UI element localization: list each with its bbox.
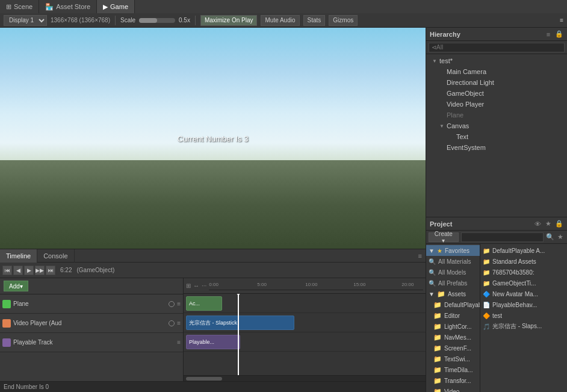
project-eye-btn[interactable]: 👁 bbox=[533, 220, 542, 228]
folder-lightcor[interactable]: 📁 LightCor... bbox=[426, 321, 480, 332]
test-scene-icon: 🔶 bbox=[483, 313, 490, 319]
tree-arrow-gameobject bbox=[438, 90, 445, 97]
track-row-playable[interactable]: Playable Track ≡ bbox=[0, 333, 183, 352]
track-row-video[interactable]: Video Player (Aud ≡ bbox=[0, 314, 183, 333]
clip-video-slapstick[interactable]: 光宗信吉 - Slapstick bbox=[186, 316, 294, 330]
track-icon-playable bbox=[2, 338, 11, 347]
playhead[interactable] bbox=[238, 294, 239, 375]
folder-video[interactable]: 📁 Video bbox=[426, 386, 480, 392]
project-star-btn[interactable]: ★ bbox=[544, 220, 553, 228]
go-start-button[interactable]: ⏮ bbox=[2, 266, 12, 275]
tab-console[interactable]: Console bbox=[37, 249, 74, 263]
tree-label-plane: Plane bbox=[447, 111, 463, 119]
add-track-button[interactable]: Add▾ bbox=[4, 281, 28, 291]
asset-new-avatar-ma[interactable]: 🔷 New Avatar Ma... bbox=[480, 288, 567, 299]
folder-transfor[interactable]: 📁 Transfor... bbox=[426, 375, 480, 386]
hierarchy-item-main-camera[interactable]: Main Camera bbox=[426, 66, 567, 77]
sky-background bbox=[0, 28, 426, 172]
track-circle-video[interactable] bbox=[169, 320, 175, 326]
play-button[interactable]: ▶ bbox=[24, 266, 34, 275]
tree-arrow-main-camera bbox=[438, 68, 445, 75]
hierarchy-item-canvas[interactable]: ▼ Canvas bbox=[426, 120, 567, 131]
display-select[interactable]: Display 1 bbox=[4, 15, 47, 26]
asset-audio-slapstick[interactable]: 🎵 光宗信吉 - Slaps... bbox=[480, 321, 567, 332]
tree-label-video-player: Video Player bbox=[447, 101, 484, 108]
folder-editor[interactable]: 📁 Editor bbox=[426, 310, 480, 321]
asset-7685[interactable]: 📁 7685704b3580: bbox=[480, 267, 567, 278]
toolbar-menu-icon[interactable]: ≡ bbox=[560, 17, 563, 23]
hierarchy-item-directional-light[interactable]: Directional Light bbox=[426, 77, 567, 88]
timeline-scrollbar[interactable] bbox=[184, 375, 426, 381]
project-create-bar: Create ▾ 🔍 ★ bbox=[426, 231, 567, 244]
asset-playable-behav[interactable]: 📄 PlayableBehav... bbox=[480, 299, 567, 310]
folder-label-td: TimeDila... bbox=[444, 367, 472, 373]
track-menu-plane[interactable]: ≡ bbox=[177, 300, 181, 307]
track-circle-plane[interactable] bbox=[169, 301, 175, 307]
track-menu-playable[interactable]: ≡ bbox=[177, 339, 181, 346]
project-search-btn[interactable]: 🔍 bbox=[546, 233, 554, 241]
folder-textswi[interactable]: 📁 TextSwi... bbox=[426, 353, 480, 364]
create-label: Create ▾ bbox=[433, 231, 454, 244]
clip-row-plane: Ac... bbox=[184, 294, 426, 313]
project-search-input[interactable] bbox=[461, 232, 544, 242]
project-favorites-header[interactable]: ▼ ★ Favorites bbox=[426, 245, 480, 256]
hierarchy-menu-btn[interactable]: ≡ bbox=[544, 30, 553, 39]
timeline-time: 6:22 bbox=[60, 267, 72, 273]
fav-item-all-materials[interactable]: 🔍 All Materials bbox=[426, 256, 480, 267]
tree-arrow-video-player bbox=[438, 101, 445, 108]
tab-asset-store[interactable]: 🏪 Asset Store bbox=[39, 0, 97, 13]
hierarchy-lock-btn[interactable]: 🔒 bbox=[555, 30, 563, 39]
tab-scene[interactable]: ⊞ Scene bbox=[0, 0, 39, 13]
hierarchy-item-test[interactable]: ▼ test* bbox=[426, 55, 567, 66]
bottom-menu-icon[interactable]: ≡ bbox=[418, 252, 422, 260]
prev-frame-button[interactable]: ◀ bbox=[13, 266, 23, 275]
hierarchy-item-plane[interactable]: Plane bbox=[426, 110, 567, 120]
ruler-icon1: ⊞ bbox=[186, 282, 191, 289]
project-settings-btn[interactable]: ★ bbox=[557, 233, 565, 241]
folder-defaultplayable[interactable]: 📁 DefaultPlayab... bbox=[426, 299, 480, 310]
scale-slider[interactable] bbox=[139, 18, 175, 23]
fav-item-all-models[interactable]: 🔍 All Models bbox=[426, 267, 480, 278]
game-tab-label: Game bbox=[110, 3, 128, 10]
hierarchy-actions: ≡ 🔒 bbox=[544, 30, 563, 39]
asset-test-scene[interactable]: 🔶 test bbox=[480, 310, 567, 321]
folder-timedila[interactable]: 📁 TimeDila... bbox=[426, 364, 480, 375]
tree-arrow-canvas: ▼ bbox=[438, 122, 445, 129]
hierarchy-item-video-player[interactable]: Video Player bbox=[426, 99, 567, 110]
folder-icon-lc: 📁 bbox=[433, 323, 442, 331]
ruler-mark-5: 5:00 bbox=[257, 282, 267, 287]
timeline-ruler[interactable]: 0:00 5:00 10:00 15:00 20:00 bbox=[209, 282, 423, 290]
hierarchy-item-eventsystem[interactable]: EventSystem bbox=[426, 142, 567, 153]
stats-button[interactable]: Stats bbox=[303, 15, 326, 26]
fav-item-all-prefabs[interactable]: 🔍 All Prefabs bbox=[426, 278, 480, 288]
go-end-button[interactable]: ⏭ bbox=[46, 266, 55, 275]
gizmos-button[interactable]: Gizmos bbox=[329, 15, 358, 26]
asset-gameobjectti[interactable]: 📁 GameObjectTi... bbox=[480, 278, 567, 288]
project-assets-header[interactable]: ▼ 📁 Assets bbox=[426, 288, 480, 299]
folder-icon-vid: 📁 bbox=[433, 388, 442, 393]
mute-audio-button[interactable]: Mute Audio bbox=[261, 15, 299, 26]
maximize-on-play-button[interactable]: Maximize On Play bbox=[200, 15, 258, 26]
folder-screenf[interactable]: 📁 ScreenF... bbox=[426, 343, 480, 353]
ruler-mark-0: 0:00 bbox=[209, 282, 218, 287]
project-lock-btn[interactable]: 🔒 bbox=[555, 220, 563, 228]
left-panel: Current Number Is 3 Timeline Console ≡ ⏮… bbox=[0, 28, 426, 392]
game-text-overlay: Current Number Is 3 bbox=[178, 134, 249, 143]
asset-label-got: GameObjectTi... bbox=[492, 280, 536, 287]
next-frame-button[interactable]: ▶▶ bbox=[35, 266, 45, 275]
clip-plane-ac[interactable]: Ac... bbox=[186, 296, 222, 311]
asset-defaultplayable[interactable]: 📁 DefaultPlayable A... bbox=[480, 245, 567, 256]
track-controls-plane bbox=[169, 301, 175, 307]
hierarchy-item-text[interactable]: Text bbox=[426, 131, 567, 142]
create-button[interactable]: Create ▾ bbox=[429, 232, 459, 242]
hierarchy-item-gameobject[interactable]: GameObject bbox=[426, 88, 567, 99]
track-menu-video[interactable]: ≡ bbox=[177, 320, 181, 326]
folder-icon-tr: 📁 bbox=[433, 377, 442, 385]
hierarchy-search-input[interactable] bbox=[429, 43, 565, 52]
clip-playable[interactable]: Playable... bbox=[186, 335, 240, 349]
tab-timeline[interactable]: Timeline bbox=[0, 249, 37, 263]
tab-game[interactable]: ▶ Game bbox=[97, 0, 135, 13]
asset-standard[interactable]: 📁 Standard Assets bbox=[480, 256, 567, 267]
folder-navmesh[interactable]: 📁 NavMes... bbox=[426, 332, 480, 343]
track-row-plane[interactable]: Plane ≡ bbox=[0, 294, 183, 314]
